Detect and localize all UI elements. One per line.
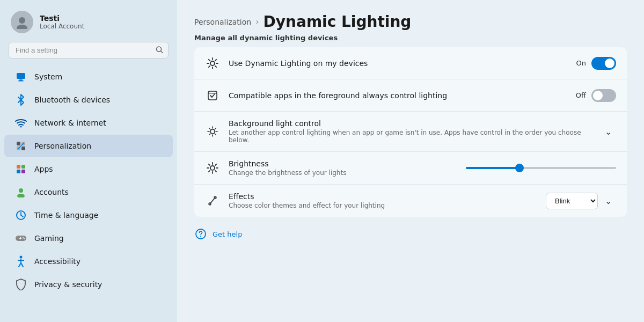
effects-label: Effects	[229, 192, 537, 201]
page-title: Dynamic Lighting	[264, 13, 412, 31]
svg-line-38	[209, 66, 210, 67]
sidebar-item-label-apps: Apps	[34, 165, 53, 173]
effects-icon	[205, 193, 220, 208]
svg-point-25	[20, 256, 23, 259]
personalization-icon	[15, 140, 27, 152]
brightness-slider[interactable]	[466, 167, 616, 169]
get-help-link[interactable]: Get help	[213, 230, 242, 238]
privacy-icon	[15, 279, 27, 290]
bluetooth-icon	[15, 94, 27, 106]
get-help-icon	[194, 228, 207, 240]
svg-line-48	[215, 164, 216, 165]
accessibility-icon	[15, 255, 27, 267]
sidebar-item-accounts[interactable]: Accounts	[4, 181, 173, 203]
svg-line-28	[19, 263, 21, 267]
svg-rect-8	[17, 142, 20, 145]
search-input[interactable]	[9, 42, 169, 58]
settings-row-background-light: Background light control Let another app…	[194, 112, 627, 152]
network-icon	[15, 117, 27, 129]
get-help-row[interactable]: Get help	[194, 228, 627, 240]
brightness-desc: Change the brightness of your lights	[229, 169, 457, 177]
search-icon	[156, 46, 163, 55]
breadcrumb: Personalization › Dynamic Lighting	[194, 13, 627, 31]
background-light-desc: Let another app control lighting when an…	[229, 129, 591, 144]
svg-rect-5	[19, 79, 23, 80]
username: Testi	[40, 14, 84, 23]
svg-line-29	[21, 263, 23, 267]
svg-rect-11	[21, 147, 25, 150]
effects-desc: Choose color themes and effect for your …	[229, 202, 537, 209]
gaming-icon	[15, 232, 27, 244]
effects-dropdown[interactable]: Blink Solid Pulse Wave Rainbow	[546, 193, 598, 209]
brightness-text: Brightness Change the brightness of your…	[229, 159, 457, 177]
svg-rect-13	[17, 165, 20, 169]
user-info: Testi Local Account	[40, 14, 84, 30]
svg-point-17	[19, 188, 23, 193]
background-light-expand-button[interactable]: ⌄	[600, 123, 616, 140]
apps-icon	[15, 163, 27, 175]
svg-rect-6	[18, 80, 24, 82]
sidebar-item-label-system: System	[34, 72, 62, 81]
use-dynamic-lighting-toggle[interactable]	[591, 57, 616, 70]
sidebar-item-accessibility[interactable]: Accessibility	[4, 250, 173, 273]
system-icon	[15, 71, 27, 83]
avatar	[11, 11, 33, 33]
sidebar-item-label-bluetooth: Bluetooth & devices	[34, 96, 110, 104]
svg-rect-14	[21, 165, 25, 169]
compatible-apps-text: Compatible apps in the foreground always…	[229, 91, 567, 100]
svg-point-0	[19, 17, 25, 24]
time-icon	[15, 209, 27, 221]
toggle-track	[591, 57, 616, 70]
settings-row-brightness: Brightness Change the brightness of your…	[194, 152, 627, 185]
svg-point-1	[17, 25, 27, 29]
svg-line-3	[161, 51, 163, 53]
effects-expand-button[interactable]: ⌄	[600, 193, 616, 209]
effects-control: Blink Solid Pulse Wave Rainbow ⌄	[546, 193, 616, 209]
sidebar-item-personalization[interactable]: Personalization	[4, 135, 173, 157]
toggle-on-label: On	[576, 59, 586, 67]
sidebar-item-apps[interactable]: Apps	[4, 158, 173, 180]
main-content: Personalization › Dynamic Lighting Manag…	[177, 0, 644, 322]
sidebar-item-gaming[interactable]: Gaming	[4, 227, 173, 250]
svg-line-36	[215, 66, 216, 67]
use-dynamic-lighting-control: On	[576, 57, 616, 70]
background-light-label: Background light control	[229, 119, 591, 128]
settings-card: Use Dynamic Lighting on my devices On	[194, 47, 627, 217]
sidebar-item-bluetooth[interactable]: Bluetooth & devices	[4, 89, 173, 111]
sidebar-item-network[interactable]: Network & internet	[4, 112, 173, 134]
svg-line-46	[209, 164, 210, 165]
sidebar-item-system[interactable]: System	[4, 65, 173, 88]
svg-point-7	[20, 126, 22, 128]
compatible-apps-toggle[interactable]	[591, 89, 616, 102]
background-light-control: ⌄	[600, 123, 616, 140]
breadcrumb-parent[interactable]: Personalization	[194, 18, 251, 26]
svg-line-37	[215, 59, 216, 60]
sidebar-item-time[interactable]: Time & language	[4, 204, 173, 226]
svg-point-30	[210, 61, 215, 65]
svg-rect-16	[21, 170, 25, 173]
sidebar-item-privacy[interactable]: Privacy & security	[4, 273, 173, 296]
compatible-apps-icon	[205, 88, 220, 103]
use-dynamic-lighting-text: Use Dynamic Lighting on my devices	[229, 59, 568, 68]
toggle-off-label: Off	[576, 91, 586, 99]
svg-rect-4	[17, 73, 25, 79]
svg-line-49	[209, 171, 210, 172]
settings-row-effects: Effects Choose color themes and effect f…	[194, 185, 627, 217]
background-light-text: Background light control Let another app…	[229, 119, 591, 144]
sidebar-item-label-accessibility: Accessibility	[34, 257, 80, 266]
effects-text: Effects Choose color themes and effect f…	[229, 192, 537, 209]
sidebar-item-label-privacy: Privacy & security	[34, 280, 102, 289]
effects-dropdown-wrap: Blink Solid Pulse Wave Rainbow ⌄	[546, 193, 616, 209]
sidebar: Testi Local Account System	[0, 0, 177, 322]
svg-line-47	[215, 171, 216, 172]
sidebar-user[interactable]: Testi Local Account	[0, 0, 177, 42]
svg-rect-15	[17, 170, 20, 173]
settings-row-use-dynamic-lighting: Use Dynamic Lighting on my devices On	[194, 47, 627, 79]
breadcrumb-sep: ›	[255, 17, 259, 27]
svg-point-23	[23, 237, 24, 238]
sidebar-item-label-gaming: Gaming	[34, 234, 64, 243]
dynamic-lighting-icon	[205, 56, 220, 71]
toggle-thumb	[605, 58, 614, 68]
svg-point-40	[210, 129, 215, 134]
settings-row-compatible-apps: Compatible apps in the foreground always…	[194, 79, 627, 112]
